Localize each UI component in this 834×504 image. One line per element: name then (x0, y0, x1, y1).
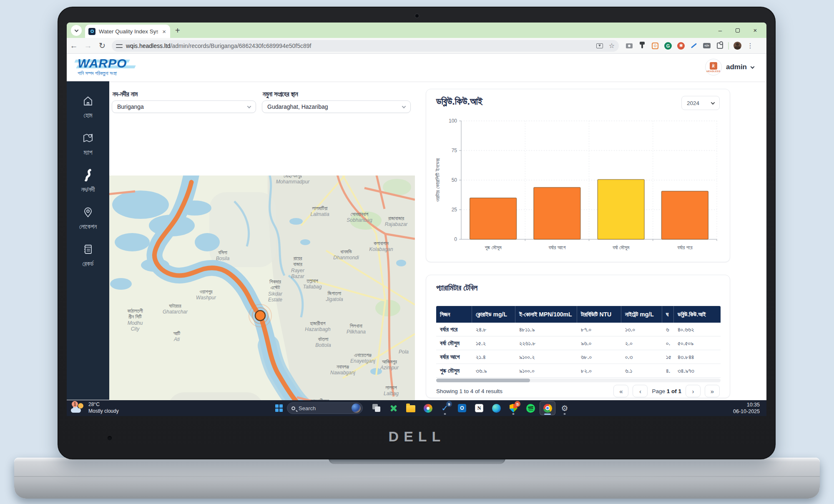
edge-icon (492, 404, 501, 413)
sidebar-item-4[interactable]: রেকর্ড (67, 243, 109, 268)
taskbar-search[interactable]: Search (287, 402, 363, 414)
weather-widget[interactable]: 1 28°CMostly cloudy (67, 401, 150, 414)
table-cell: ৩৪.৯৭৩ (674, 364, 721, 377)
screenshot-icon[interactable] (651, 41, 660, 50)
bar-বর্ষার আগে[interactable] (534, 187, 580, 239)
table-cell: ১৫.২ (472, 336, 515, 350)
table-row[interactable]: বর্ষা মৌসুম১৫.২২২৬১.৮৯৬.০২.০০.৫০.৫০৯ (436, 336, 721, 350)
green-x-icon[interactable] (386, 401, 402, 415)
bookmark-star-icon[interactable]: ☆ (609, 42, 615, 50)
explorer-icon (406, 405, 415, 412)
spotify-icon (526, 404, 535, 413)
table-cell: ৪৮১১.৯ (515, 323, 577, 336)
start-button[interactable] (275, 404, 283, 412)
camera-icon[interactable] (625, 41, 634, 50)
main-panel: নদ-নদীর নাম Buriganga নমুনা সংগ্রহের স্থ… (109, 81, 415, 400)
running-indicator (564, 413, 566, 415)
table-row[interactable]: বর্ষার পরে২৪.৮৪৮১১.৯৮৭.০১৩.০৬৪০.৬৬২ (436, 323, 721, 336)
wqi-bar-chart: 0255075100শুষ্ক মৌসুমবর্ষার আগেবর্ষা মৌস… (432, 115, 724, 258)
first-page-button[interactable]: « (613, 385, 628, 397)
todo-icon[interactable]: ✓9 (437, 401, 453, 415)
table-row[interactable]: শুষ্ক মৌসুম৩৬.৯৯১০০.০৮২.০৬.১৪.৩৪.৯৭৩ (436, 364, 721, 378)
defender-icon[interactable]: S (505, 401, 521, 415)
table-header-row: সিজনক্লোরাইড mg/Lই-কোলাই MPN/100mLটারবিড… (436, 306, 721, 323)
install-app-icon[interactable] (596, 43, 603, 48)
badge: S (515, 401, 520, 407)
explorer-icon[interactable] (403, 401, 419, 415)
table-cell: ৯৬.০ (577, 336, 621, 350)
table-horizontal-scrollbar[interactable] (436, 379, 721, 382)
tab-close-icon[interactable]: × (161, 28, 167, 35)
scrollbar-thumb[interactable] (436, 379, 530, 382)
next-page-button[interactable]: › (686, 385, 701, 397)
new-tab-button[interactable]: + (175, 26, 180, 35)
pin-icon[interactable] (638, 41, 647, 50)
warpo-logo-subtitle: পানি সম্পদ পরিকল্পনা সংস্থা (78, 71, 157, 76)
devtools-icon[interactable]: </> (702, 41, 711, 50)
profile-avatar[interactable] (733, 41, 742, 50)
photos-icon[interactable] (420, 401, 436, 415)
laptop-base-seam (14, 476, 820, 477)
clock-time: 10:35 (747, 402, 760, 408)
right-panel: ডব্লিউ.কিউ.আই 2024 0255075100শুষ্ক মৌসুম… (415, 81, 766, 400)
chrome-icon[interactable] (540, 401, 555, 415)
running-indicator (444, 413, 446, 415)
table-cell: ৪. (662, 364, 674, 377)
column-header: ক্লোরাইড mg/L (472, 306, 515, 323)
settings-icon[interactable]: ⚙ (557, 401, 573, 415)
river-select[interactable]: Buriganga (112, 100, 256, 113)
bar-বর্ষার পরে[interactable] (661, 191, 708, 239)
year-select[interactable]: 2024 (681, 96, 720, 110)
station-marker[interactable] (255, 311, 265, 321)
notion-icon[interactable]: N (471, 401, 487, 415)
minimize-button[interactable]: – (711, 27, 729, 34)
forward-icon[interactable]: → (81, 41, 95, 50)
user-name: admin (726, 63, 747, 71)
claude-icon[interactable]: ✱ (676, 41, 686, 50)
sidebar-item-0[interactable]: হোম (67, 95, 109, 119)
user-menu[interactable]: k HEADLESS admin (705, 59, 754, 75)
table-cell: ৯১০০.০ (515, 364, 577, 377)
sidebar-item-3[interactable]: লোকেশন (67, 206, 109, 231)
reload-icon[interactable]: ↻ (95, 41, 109, 50)
menu-kebab-icon[interactable]: ⋮ (746, 41, 755, 50)
back-icon[interactable]: ← (67, 41, 81, 50)
bar-বর্ষা মৌসুম[interactable] (598, 180, 644, 239)
tab-search-button[interactable] (71, 25, 82, 36)
warpo-logo[interactable]: WARPO পানি সম্পদ পরিকল্পনা সংস্থা (78, 57, 157, 76)
spotify-icon[interactable] (523, 401, 538, 415)
leaflet-map[interactable]: মোহাম্মদপুরMohammadpurলালমাটিয়াLalmatia… (109, 176, 415, 416)
sidebar-item-1[interactable]: ম্যাপ (67, 132, 109, 156)
map-canvas (109, 176, 415, 416)
last-page-button[interactable]: » (705, 385, 720, 397)
tab-title: Water Quality Index System (99, 28, 158, 35)
app-header: WARPO পানি সম্পদ পরিকল্পনা সংস্থা k HEAD… (67, 54, 766, 81)
edge-icon[interactable] (488, 401, 504, 415)
river-icon (82, 169, 94, 183)
table-cell: ৪০.৬৬২ (674, 323, 721, 336)
browser-tab-strip: Water Quality Index System × + – × (67, 23, 766, 38)
browser-tab[interactable]: Water Quality Index System × (85, 25, 170, 38)
table-row[interactable]: বর্ষার আগে২১.৪৯১০০.২৬৮.০০.৩১৫৪৩.৮৪৪ (436, 350, 721, 364)
outlook-icon[interactable]: O (454, 401, 470, 415)
weather-text: 28°CMostly cloudy (88, 401, 119, 414)
close-button[interactable]: × (746, 27, 764, 34)
photos-icon (424, 404, 432, 413)
stack-icon (372, 403, 382, 413)
table-cell: ৮২.০ (577, 364, 621, 377)
taskbar-clock[interactable]: 10:35 06-10-2025 (733, 401, 766, 415)
maximize-button[interactable] (729, 27, 746, 34)
site-info-icon[interactable] (116, 43, 123, 48)
stack-icon[interactable] (369, 401, 384, 415)
extensions-puzzle-icon[interactable] (715, 41, 724, 50)
prev-page-button[interactable]: ‹ (633, 385, 648, 397)
sidebar-item-2[interactable]: নদ/নদী (67, 169, 109, 193)
address-bar[interactable]: wqis.headless.ltd/admin/records/Burigang… (112, 40, 619, 52)
bar-শুষ্ক মৌসুম[interactable] (470, 198, 517, 239)
pen-icon[interactable] (689, 41, 698, 50)
bing-daily-image (352, 404, 361, 413)
table-cell: ৬৮.০ (577, 350, 621, 364)
grammarly-icon[interactable]: G (663, 41, 673, 50)
station-select[interactable]: Gudaraghat, Hazaribag (262, 100, 411, 113)
map-icon (82, 132, 94, 146)
